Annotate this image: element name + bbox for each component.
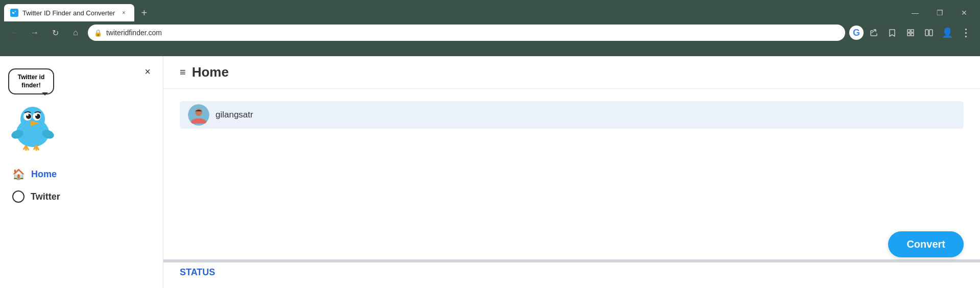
bookmark-button[interactable]	[884, 25, 900, 41]
back-button[interactable]: ←	[6, 25, 22, 41]
browser-chrome: Twitter ID Finder and Converter × + — ❐ …	[0, 0, 980, 56]
mascot-bird	[8, 100, 54, 151]
svg-rect-3	[911, 30, 914, 32]
new-tab-button[interactable]: +	[136, 5, 152, 20]
tab-favicon	[10, 9, 18, 17]
svg-rect-2	[907, 30, 910, 32]
svg-point-9	[20, 107, 45, 131]
menu-button[interactable]: ⋮	[958, 25, 974, 41]
google-icon[interactable]: G	[849, 26, 864, 40]
tab-title: Twitter ID Finder and Converter	[22, 9, 115, 17]
horizontal-scrollbar[interactable]	[163, 259, 980, 262]
convert-button[interactable]: Convert	[888, 231, 964, 257]
svg-point-15	[35, 114, 37, 116]
tab-bar: Twitter ID Finder and Converter × + — ❐ …	[0, 0, 980, 21]
svg-rect-4	[907, 33, 910, 36]
sidebar-nav: 🏠 Home Twitter	[8, 163, 155, 208]
split-view-button[interactable]	[921, 25, 937, 41]
sidebar-mascot: Twitter id finder!	[8, 68, 155, 151]
main-header: ≡ Home	[163, 56, 980, 89]
search-row	[180, 101, 964, 129]
forward-button[interactable]: →	[27, 25, 43, 41]
minimize-button[interactable]: —	[903, 5, 927, 21]
profile-button[interactable]: 👤	[939, 25, 955, 41]
main-body: Convert STATUS	[163, 89, 980, 288]
window-controls: — ❐ ✕	[903, 5, 976, 21]
svg-rect-6	[925, 30, 928, 36]
tab-close-button[interactable]: ×	[119, 8, 128, 17]
page-title: Home	[192, 64, 229, 80]
page-content: × Twitter id finder!	[0, 56, 980, 288]
svg-point-1	[15, 11, 16, 12]
status-section: STATUS	[180, 267, 964, 284]
twitter-nav-icon	[12, 190, 25, 203]
svg-point-14	[27, 114, 29, 116]
twitter-nav-label: Twitter	[31, 191, 60, 202]
sidebar: × Twitter id finder!	[0, 56, 163, 288]
browser-actions: G	[849, 25, 974, 41]
lock-icon: 🔒	[94, 29, 102, 37]
refresh-button[interactable]: ↻	[47, 25, 63, 41]
address-bar[interactable]: 🔒 twiteridfinder.com	[88, 25, 845, 41]
sidebar-close-button[interactable]: ×	[140, 64, 155, 79]
svg-rect-7	[929, 30, 933, 36]
address-bar-row: ← → ↻ ⌂ 🔒 twiteridfinder.com G	[0, 21, 980, 44]
sidebar-item-twitter[interactable]: Twitter	[8, 185, 155, 208]
home-nav-icon: 🏠	[12, 168, 25, 180]
active-tab[interactable]: Twitter ID Finder and Converter ×	[4, 4, 134, 21]
hamburger-icon[interactable]: ≡	[180, 66, 186, 78]
share-button[interactable]	[866, 25, 882, 41]
svg-rect-5	[911, 33, 914, 36]
extensions-button[interactable]	[902, 25, 919, 41]
home-button[interactable]: ⌂	[67, 25, 84, 41]
address-text: twiteridfinder.com	[106, 29, 839, 37]
main-area: ≡ Home	[163, 56, 980, 288]
avatar	[188, 104, 209, 126]
sidebar-item-home[interactable]: 🏠 Home	[8, 163, 155, 185]
restore-button[interactable]: ❐	[928, 5, 951, 21]
status-label: STATUS	[180, 267, 215, 277]
speech-bubble: Twitter id finder!	[8, 68, 54, 94]
home-nav-label: Home	[31, 169, 57, 180]
search-input[interactable]	[216, 110, 955, 120]
close-button[interactable]: ✕	[952, 5, 976, 21]
